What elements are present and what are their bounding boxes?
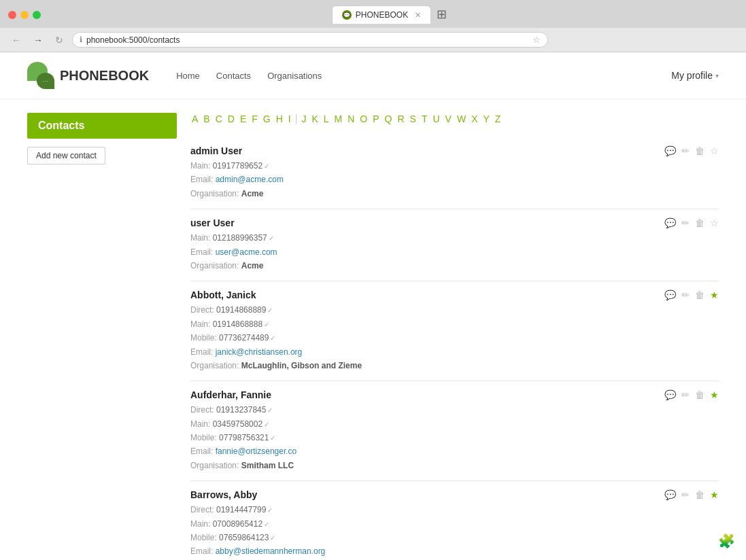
verified-icon: ✓	[270, 534, 275, 542]
email-value[interactable]: admin@acme.com	[216, 175, 284, 184]
alpha-t[interactable]: T	[420, 113, 429, 125]
alpha-k[interactable]: K	[310, 113, 319, 125]
alpha-y[interactable]: Y	[482, 113, 491, 125]
tab-favicon: 💬	[342, 10, 352, 20]
edit-icon[interactable]: ✏	[681, 489, 690, 500]
tab-close-btn[interactable]: ✕	[415, 11, 421, 20]
contact-entry-barrows: Barrows, Abby 💬 ✏ 🗑 ★ Direct: 0191444779…	[190, 481, 719, 560]
contact-detail: Main: 01917789652✓ Email: admin@acme.com…	[190, 159, 719, 200]
star-filled-icon[interactable]: ★	[710, 489, 719, 500]
contact-icons: 💬 ✏ 🗑 ★	[664, 489, 719, 500]
nav-organisations[interactable]: Organisations	[267, 71, 322, 81]
alpha-e[interactable]: E	[239, 113, 248, 125]
back-btn[interactable]: ←	[8, 33, 24, 47]
alpha-sep: |	[295, 113, 298, 125]
alpha-g[interactable]: G	[262, 113, 272, 125]
edit-icon[interactable]: ✏	[681, 145, 690, 156]
alpha-h[interactable]: H	[275, 113, 284, 125]
comment-icon[interactable]: 💬	[664, 217, 676, 228]
comment-icon[interactable]: 💬	[664, 290, 676, 300]
delete-icon[interactable]: 🗑	[695, 290, 705, 300]
main-label: Main:	[190, 419, 213, 429]
edit-icon[interactable]: ✏	[681, 217, 690, 228]
verified-icon: ✓	[267, 506, 273, 514]
star-filled-icon[interactable]: ★	[710, 290, 719, 300]
alpha-x[interactable]: X	[470, 113, 479, 125]
email-value[interactable]: abby@stiedemannherman.org	[216, 546, 326, 556]
delete-icon[interactable]: 🗑	[695, 489, 705, 500]
alpha-u[interactable]: U	[431, 113, 441, 125]
contact-entry-aufderhar: Aufderhar, Fannie 💬 ✏ 🗑 ★ Direct: 019132…	[190, 381, 719, 481]
nav-contacts[interactable]: Contacts	[216, 71, 251, 81]
alpha-a[interactable]: A	[190, 113, 199, 125]
main-phone: 07008965412	[213, 519, 262, 529]
alpha-n[interactable]: N	[346, 113, 356, 125]
app-wrapper: ··· PHONEBOOK Home Contacts Organisation…	[0, 52, 746, 560]
star-icon[interactable]: ☆	[710, 217, 719, 228]
alpha-j[interactable]: J	[300, 113, 307, 125]
new-tab-btn[interactable]: ⊞	[431, 5, 452, 22]
edit-icon[interactable]: ✏	[681, 290, 690, 300]
close-window-btn[interactable]	[8, 11, 16, 19]
email-value[interactable]: fannie@ortizsenger.co	[216, 447, 297, 456]
my-profile-label: My profile	[671, 70, 713, 81]
org-value: McLaughlin, Gibson and Zieme	[241, 361, 362, 370]
comment-icon[interactable]: 💬	[664, 145, 676, 156]
logo-dots: ···	[42, 78, 49, 84]
alpha-d[interactable]: D	[226, 113, 236, 125]
nav-home[interactable]: Home	[176, 71, 200, 81]
alpha-i[interactable]: I	[287, 113, 292, 125]
address-bar[interactable]: ℹ phonebook:5000/contacts ☆	[72, 32, 548, 48]
alpha-w[interactable]: W	[456, 113, 467, 125]
alpha-o[interactable]: O	[358, 113, 369, 125]
verified-icon: ✓	[267, 307, 273, 314]
org-value: Smitham LLC	[241, 461, 294, 470]
verified-icon: ✓	[264, 421, 269, 428]
direct-phone: 01914447799	[216, 505, 266, 514]
email-label: Email:	[190, 175, 216, 184]
star-filled-icon[interactable]: ★	[710, 389, 719, 400]
email-value[interactable]: janick@christiansen.org	[216, 347, 303, 357]
edit-icon[interactable]: ✏	[681, 389, 690, 400]
alpha-s[interactable]: S	[409, 113, 418, 125]
email-value[interactable]: user@acme.com	[216, 247, 277, 257]
org-label: Organisation:	[190, 461, 241, 470]
alpha-m[interactable]: M	[333, 113, 344, 125]
delete-icon[interactable]: 🗑	[695, 145, 705, 156]
comment-icon[interactable]: 💬	[664, 489, 676, 500]
mobile-phone: 07736274489	[219, 333, 269, 343]
alpha-p[interactable]: P	[371, 113, 380, 125]
email-label: Email:	[190, 347, 216, 357]
alpha-q[interactable]: Q	[384, 113, 394, 125]
alpha-v[interactable]: V	[444, 113, 453, 125]
org-label: Organisation:	[190, 189, 241, 198]
contact-icons: 💬 ✏ 🗑 ★	[664, 389, 719, 400]
contact-detail: Direct: 01914868889✓ Main: 01914868888✓ …	[190, 303, 719, 372]
alpha-r[interactable]: R	[396, 113, 405, 125]
alpha-b[interactable]: B	[202, 113, 211, 125]
bookmark-icon[interactable]: ☆	[532, 35, 541, 45]
delete-icon[interactable]: 🗑	[695, 389, 705, 400]
alpha-z[interactable]: Z	[494, 113, 503, 125]
delete-icon[interactable]: 🗑	[695, 217, 705, 228]
mobile-phone: 07659864123	[219, 533, 269, 542]
my-profile-btn[interactable]: My profile ▾	[671, 70, 719, 81]
minimize-window-btn[interactable]	[20, 11, 29, 19]
forward-btn[interactable]: →	[30, 33, 46, 47]
maximize-window-btn[interactable]	[33, 11, 41, 19]
direct-label: Direct:	[190, 505, 216, 514]
browser-tab[interactable]: 💬 PHONEBOOK ✕	[332, 5, 431, 24]
contact-name: user User	[190, 217, 235, 228]
org-label: Organisation:	[190, 261, 241, 270]
contacts-main: A B C D E F G H I | J K L M N O P Q R S	[190, 113, 719, 560]
alpha-l[interactable]: L	[322, 113, 330, 125]
contact-header: Abbott, Janick 💬 ✏ 🗑 ★	[190, 290, 719, 303]
add-contact-btn[interactable]: Add new contact	[27, 147, 105, 164]
contact-entry-user-user: user User 💬 ✏ 🗑 ☆ Main: 012188996357✓ Em…	[190, 209, 719, 281]
alpha-f[interactable]: F	[250, 113, 259, 125]
star-icon[interactable]: ☆	[710, 145, 719, 156]
reload-btn[interactable]: ↻	[52, 33, 67, 47]
alpha-c[interactable]: C	[214, 113, 224, 125]
verified-icon: ✓	[264, 162, 269, 170]
comment-icon[interactable]: 💬	[664, 389, 676, 400]
